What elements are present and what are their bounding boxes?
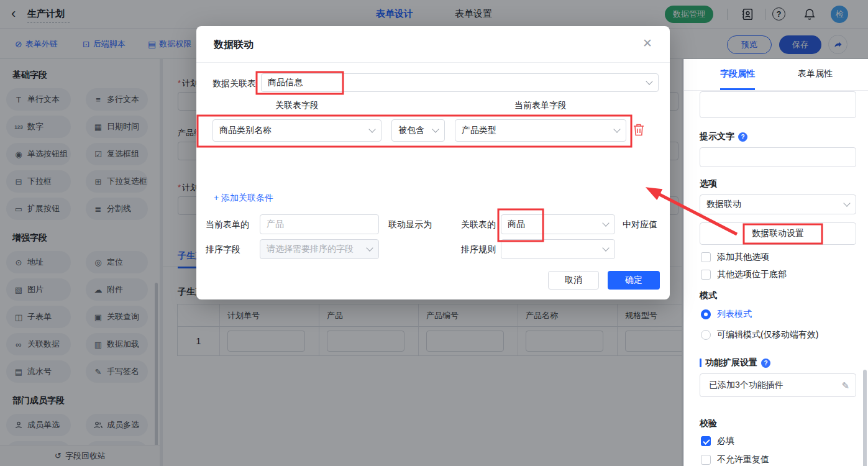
relation-table-select[interactable]: 商品信息: [261, 73, 659, 92]
delete-condition-icon[interactable]: [633, 123, 646, 138]
radio-selected-icon: [701, 309, 711, 319]
relation-table-value: 商品信息: [268, 77, 303, 88]
radio-editable-mode[interactable]: 可编辑模式(仅移动端有效): [701, 329, 818, 340]
corresponding-value-label: 中对应值: [623, 214, 657, 234]
operator-value: 被包含: [398, 125, 424, 136]
section-bar: [700, 359, 701, 367]
divider: [684, 90, 868, 91]
radio-label: 可编辑模式(仅移动端有效): [717, 329, 818, 340]
radio-label: 列表模式: [717, 309, 752, 320]
field-title-input[interactable]: [700, 91, 856, 118]
chevron-down-icon: [602, 219, 609, 226]
column-header-relation-field: 关联表字段: [275, 100, 319, 111]
chevron-down-icon: [843, 199, 850, 206]
radio-icon: [701, 330, 711, 340]
radio-list-mode[interactable]: 列表模式: [701, 309, 752, 320]
confirm-button[interactable]: 确定: [608, 271, 660, 290]
chevron-down-icon: [432, 126, 439, 132]
extension-settings-label: 功能扩展设置 ?: [700, 357, 770, 368]
options-source-value: 数据联动: [706, 199, 741, 210]
relation-display-field-select[interactable]: 商品: [501, 214, 615, 234]
current-form-label: 当前表单的: [206, 214, 249, 234]
checkbox-no-duplicate[interactable]: 不允许重复值: [701, 454, 769, 465]
chevron-down-icon: [368, 126, 375, 132]
checkbox-label: 必填: [717, 436, 734, 447]
linkage-display-label: 联动显示为: [388, 214, 432, 234]
relation-table-label: 数据关联表: [212, 73, 256, 93]
checkbox-label: 其他选项位于底部: [717, 269, 787, 280]
current-field-placeholder: 产品: [267, 219, 284, 230]
operator-select[interactable]: 被包含: [391, 119, 445, 142]
modal-title: 数据联动: [214, 39, 254, 52]
property-panel: 字段属性 表单属性 提示文字 ? 选项 数据联动 数据联动设置 添加其他选项 其…: [683, 59, 868, 466]
hint-text-input[interactable]: [700, 147, 856, 167]
cancel-button[interactable]: 取消: [548, 271, 599, 290]
checkbox-add-other-option[interactable]: 添加其他选项: [701, 252, 769, 263]
checkbox-required[interactable]: 必填: [701, 436, 734, 447]
sort-rule-select[interactable]: [501, 239, 615, 259]
panel-scrollbar[interactable]: [863, 370, 867, 466]
data-linkage-modal: 数据联动 ✕ 数据关联表 商品信息 关联表字段 当前表单字段 商品类别名称 被包…: [196, 26, 670, 299]
checkbox-icon: [701, 455, 711, 465]
edit-icon[interactable]: ✎: [841, 380, 849, 391]
chevron-down-icon: [646, 78, 652, 85]
mode-label: 模式: [700, 290, 717, 301]
tab-field-properties[interactable]: 字段属性: [720, 68, 755, 90]
checkbox-icon: [701, 252, 711, 262]
chevron-down-icon: [602, 244, 609, 251]
validation-label: 校验: [700, 418, 717, 429]
sort-field-select[interactable]: 请选择需要排序的字段: [260, 239, 379, 259]
data-linkage-settings-label: 数据联动设置: [752, 228, 804, 239]
form-designer-app: ‹ 生产计划 表单设计 表单设置 数据管理 ? 检 ⊘ 表单外链: [0, 0, 868, 466]
relation-field-select[interactable]: 商品类别名称: [212, 119, 381, 142]
checkbox-icon: [701, 270, 711, 280]
column-header-current-field: 当前表单字段: [514, 100, 567, 111]
plugin-summary-box[interactable]: 已添加3个功能插件 ✎: [700, 373, 856, 397]
checkbox-other-option-bottom[interactable]: 其他选项位于底部: [701, 269, 787, 280]
current-field-input[interactable]: 产品: [260, 214, 379, 234]
divider: [196, 62, 670, 63]
close-icon[interactable]: ✕: [642, 36, 652, 50]
current-form-field-value: 产品类型: [462, 125, 496, 136]
chevron-down-icon: [613, 126, 620, 132]
tab-form-properties[interactable]: 表单属性: [798, 68, 833, 88]
add-condition-link[interactable]: + 添加关联条件: [214, 193, 273, 204]
checkbox-checked-icon: [701, 436, 711, 446]
relation-of-label: 关联表的: [461, 214, 496, 234]
sort-field-placeholder: 请选择需要排序的字段: [267, 244, 354, 255]
chevron-down-icon: [366, 244, 373, 251]
plugin-summary-text: 已添加3个功能插件: [709, 380, 783, 391]
help-icon[interactable]: ?: [761, 359, 770, 368]
data-linkage-settings-button[interactable]: 数据联动设置: [700, 222, 856, 245]
options-source-select[interactable]: 数据联动: [700, 194, 856, 214]
relation-field-value: 商品类别名称: [219, 125, 272, 136]
sort-rule-label: 排序规则: [461, 239, 496, 259]
plus-icon: +: [214, 193, 219, 203]
relation-display-field-value: 商品: [508, 219, 525, 230]
checkbox-label: 不允许重复值: [717, 454, 769, 465]
current-form-field-select[interactable]: 产品类型: [455, 119, 626, 142]
add-condition-label: 添加关联条件: [221, 193, 273, 203]
help-icon[interactable]: ?: [738, 132, 747, 142]
hint-text-label: 提示文字 ?: [700, 131, 747, 142]
checkbox-label: 添加其他选项: [717, 252, 769, 263]
options-label: 选项: [700, 178, 717, 190]
sort-field-label: 排序字段: [206, 239, 240, 259]
